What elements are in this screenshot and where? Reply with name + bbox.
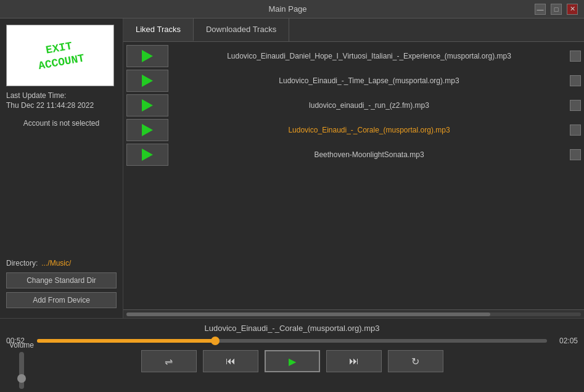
close-button[interactable]: ✕ (567, 4, 578, 15)
bottom-player: Volume Ludovico_Einaudi_-_Corale_(muspor… (0, 318, 584, 392)
track-name-2: ludovico_einaudi_-_run_(z2.fm).mp3 (173, 101, 565, 110)
play-button-4[interactable] (126, 144, 168, 166)
track-list: Ludovico_Einaudi_Daniel_Hope_I_Virtuosi_… (123, 42, 584, 309)
track-row: Ludovico_Einaudi_Daniel_Hope_I_Virtuosi_… (126, 45, 581, 67)
next-button[interactable] (326, 350, 382, 372)
directory-label: Directory: (6, 259, 38, 267)
progress-fill (37, 339, 215, 343)
window-title: Main Page (43, 4, 532, 14)
minimize-button[interactable]: — (535, 4, 546, 15)
play-icon-4 (142, 149, 153, 161)
play-button-0[interactable] (126, 45, 168, 67)
sidebar: EXITACCOUNT Last Update Time: Thu Dec 22… (0, 18, 123, 318)
title-bar: Main Page — □ ✕ (0, 0, 584, 18)
horizontal-scrollbar[interactable] (123, 309, 584, 318)
tab-downloaded-tracks[interactable]: Downloaded Tracks (194, 18, 289, 41)
directory-row: Directory: .../Music/ (6, 259, 117, 267)
play-button-1[interactable] (126, 70, 168, 92)
hscrollbar-thumb[interactable] (126, 312, 490, 316)
time-end: 02:05 (553, 337, 578, 345)
play-icon (289, 356, 296, 367)
logo-box: EXITACCOUNT (6, 25, 114, 86)
track-name-3: Ludovico_Einaudi_-_Corale_(musportal.org… (173, 126, 565, 134)
play-pause-button[interactable] (265, 350, 320, 372)
play-button-3[interactable] (126, 119, 168, 141)
next-icon (349, 356, 359, 367)
progress-thumb[interactable] (211, 337, 220, 345)
add-from-device-button[interactable]: Add From Device (6, 292, 117, 308)
main-content: EXITACCOUNT Last Update Time: Thu Dec 22… (0, 18, 584, 318)
track-row: Ludovico_Einaudi_-_Corale_(musportal.org… (126, 119, 581, 141)
logo-text: EXITACCOUNT (35, 37, 86, 73)
track-name-0: Ludovico_Einaudi_Daniel_Hope_I_Virtuosi_… (173, 52, 565, 60)
track-row: Ludovico_Einaudi_-_Time_Lapse_(musportal… (126, 70, 581, 92)
controls-row (6, 350, 578, 372)
volume-slider[interactable] (19, 352, 24, 389)
shuffle-icon (165, 356, 173, 367)
progress-track[interactable] (37, 339, 547, 343)
change-dir-button[interactable]: Change Standard Dir (6, 272, 117, 288)
track-checkbox-3[interactable] (570, 125, 581, 136)
play-icon-1 (142, 75, 153, 87)
play-button-2[interactable] (126, 94, 168, 116)
track-row: Beethoven-MoonlightSonata.mp3 (126, 144, 581, 166)
track-checkbox-4[interactable] (570, 149, 581, 160)
last-update-label: Last Update Time: (6, 91, 117, 100)
track-checkbox-0[interactable] (570, 51, 581, 62)
track-name-1: Ludovico_Einaudi_-_Time_Lapse_(musportal… (173, 76, 565, 85)
prev-icon (226, 356, 236, 367)
right-panel: Liked Tracks Downloaded Tracks Ludovico_… (123, 18, 584, 318)
repeat-icon (411, 356, 419, 367)
track-checkbox-2[interactable] (570, 100, 581, 111)
repeat-button[interactable] (388, 350, 443, 372)
tab-liked-tracks[interactable]: Liked Tracks (123, 18, 194, 41)
tabs: Liked Tracks Downloaded Tracks (123, 18, 584, 42)
play-icon-3 (142, 124, 153, 136)
play-icon-0 (142, 50, 153, 62)
account-status: Account is not selected (6, 119, 117, 128)
track-name-4: Beethoven-MoonlightSonata.mp3 (173, 150, 565, 159)
track-checkbox-1[interactable] (570, 75, 581, 86)
prev-button[interactable] (203, 350, 258, 372)
directory-path: .../Music/ (41, 259, 71, 267)
progress-row: 00:52 02:05 (6, 337, 578, 345)
maximize-button[interactable]: □ (551, 4, 562, 15)
volume-label: Volume (9, 341, 34, 349)
shuffle-button[interactable] (141, 350, 197, 372)
volume-thumb[interactable] (17, 374, 26, 383)
play-icon-2 (142, 99, 153, 112)
track-row: ludovico_einaudi_-_run_(z2.fm).mp3 (126, 94, 581, 116)
hscrollbar-track (126, 312, 581, 316)
now-playing: Ludovico_Einaudi_-_Corale_(musportal.org… (6, 324, 578, 333)
volume-section: Volume (9, 341, 34, 389)
last-update-time: Thu Dec 22 11:44:28 2022 (6, 101, 117, 110)
